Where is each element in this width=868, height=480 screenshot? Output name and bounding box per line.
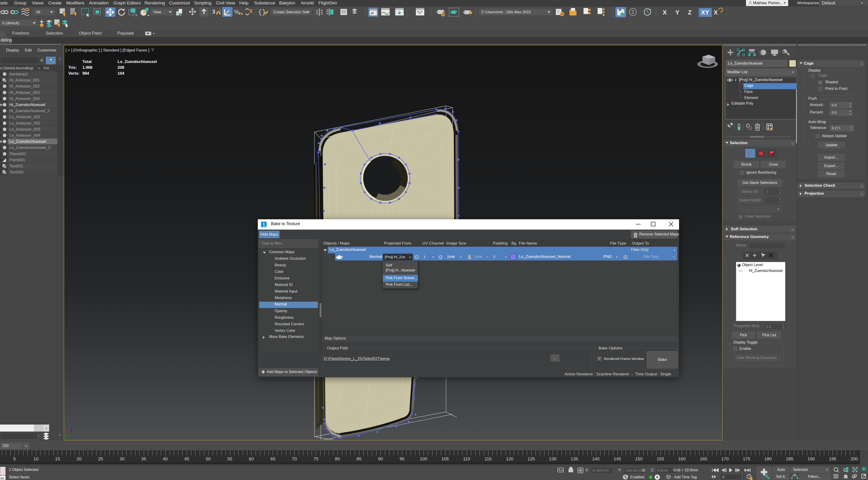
svg-text:MAX: MAX	[263, 225, 266, 227]
svg-text:0 (default): 0 (default)	[2, 21, 19, 25]
svg-text:Create Selection Set: Create Selection Set	[274, 10, 308, 14]
svg-text:y: y	[66, 435, 68, 437]
svg-text:X: X	[714, 9, 718, 16]
svg-text:All: All	[36, 10, 40, 14]
svg-text:3: 3	[212, 8, 215, 15]
svg-text:LEFT: LEFT	[711, 60, 716, 62]
svg-text:%: %	[234, 8, 240, 15]
svg-text:z: z	[72, 425, 73, 429]
svg-text:x: x	[68, 428, 70, 432]
svg-text:C:\Users\info...\3ds Max 2023: C:\Users\info...\3ds Max 2023	[482, 10, 531, 14]
svg-text:{}: {}	[258, 9, 266, 16]
svg-text:Y: Y	[675, 9, 679, 16]
svg-text:XY: XY	[701, 9, 709, 16]
svg-text:3: 3	[263, 222, 265, 226]
svg-text:2: 2	[631, 9, 634, 14]
svg-text:X: X	[663, 9, 667, 16]
svg-text:View: View	[153, 10, 161, 14]
svg-text:Z: Z	[688, 9, 692, 16]
